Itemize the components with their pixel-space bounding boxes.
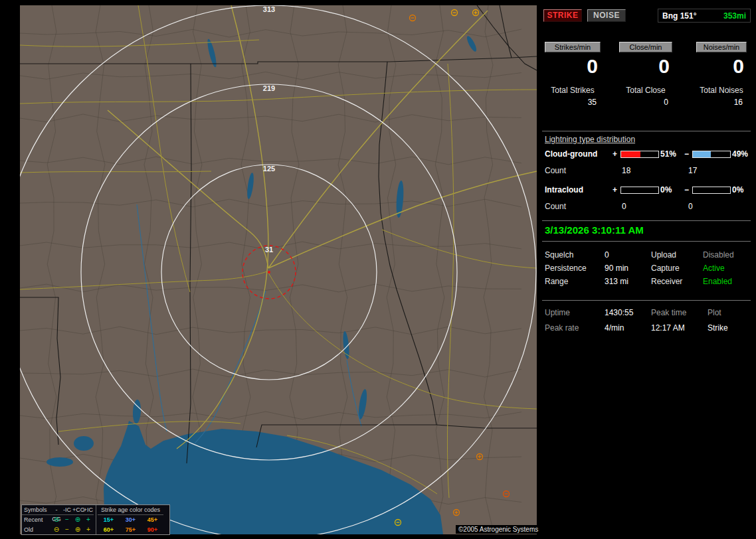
noises-counter-column: Noises/min 0 Total Noises 16 <box>696 42 747 107</box>
distribution-title: Lightning type distribution <box>545 135 635 144</box>
close-counter-column: Close/min 0 Total Close 0 <box>619 42 672 107</box>
bearing-readout: Bng 151° 353mi <box>658 9 751 23</box>
cloud-ground-count-row: Count 18 17 <box>539 166 756 177</box>
recent-pic-symbol: + <box>83 516 94 523</box>
age-75: 75+ <box>120 526 142 533</box>
svg-text:125: 125 <box>263 165 275 173</box>
divider <box>542 300 751 301</box>
plot-mode-value: Strike <box>708 323 728 333</box>
peak-rate-label: Peak rate <box>545 323 579 333</box>
range-label: Range <box>545 277 568 286</box>
ic-negative-pct: 0% <box>732 185 743 194</box>
noises-per-min-button[interactable]: Noises/min <box>696 42 747 52</box>
svg-text:313: 313 <box>263 5 275 13</box>
intracloud-row: Intracloud + 0% − 0% <box>539 185 756 196</box>
svg-text:31: 31 <box>265 246 273 254</box>
app-window: 31321912531 Symbols -CG -IC +CG +IC Stri… <box>0 0 756 539</box>
ic-positive-pct: 0% <box>660 185 672 194</box>
legend-col-pic: +IC <box>83 505 94 515</box>
upload-status: Disabled <box>703 250 734 260</box>
intracloud-label: Intracloud <box>545 185 583 194</box>
cg-negative-count: 17 <box>688 166 697 175</box>
noises-per-min-value: 0 <box>696 56 747 77</box>
legend-col-ncg: -CG <box>51 505 62 515</box>
strikes-per-min-button[interactable]: Strikes/min <box>545 42 601 52</box>
old-pic-symbol: + <box>83 526 94 533</box>
legend-col-nic: -IC <box>62 505 72 515</box>
age-45: 45+ <box>142 516 163 523</box>
age-15: 15+ <box>98 516 120 523</box>
total-noises-label: Total Noises <box>696 86 747 95</box>
peak-rate-value: 4/min <box>605 323 624 333</box>
persistence-value: 90 min <box>605 264 628 273</box>
recent-nic-symbol: − <box>62 516 72 523</box>
plus-sign: + <box>613 149 617 159</box>
divider <box>542 220 751 221</box>
strike-mode-button[interactable]: STRIKE <box>543 9 582 22</box>
ic-negative-count: 0 <box>688 202 693 211</box>
close-per-min-button[interactable]: Close/min <box>619 42 672 52</box>
ic-negative-bar <box>692 187 731 194</box>
recent-pcg-symbol: ⊕ <box>72 516 83 523</box>
divider <box>542 241 751 242</box>
cg-negative-bar <box>692 151 731 158</box>
minus-sign: − <box>684 149 689 159</box>
squelch-label: Squelch <box>545 250 573 260</box>
peak-time-value: 12:17 AM <box>651 323 685 333</box>
upload-label: Upload <box>651 250 676 260</box>
peak-time-label: Peak time <box>651 308 686 317</box>
persistence-row: Persistence 90 min Capture Active <box>539 264 756 275</box>
noise-mode-button[interactable]: NOISE <box>587 9 626 22</box>
close-per-min-value: 0 <box>619 56 672 77</box>
peak-rate-row: Peak rate 4/min 12:17 AM Strike <box>539 323 756 335</box>
age-60: 60+ <box>98 526 120 533</box>
copyright-text: ©2005 Astrogenic Systems <box>456 525 541 534</box>
count-label: Count <box>545 166 566 175</box>
divider <box>542 131 751 131</box>
ic-positive-count: 0 <box>622 202 626 211</box>
plot-label: Plot <box>708 308 721 317</box>
sensor-location <box>268 271 270 273</box>
cg-positive-bar <box>620 151 659 158</box>
status-sidebar: STRIKE NOISE Bng 151° 353mi Strikes/min … <box>539 0 756 539</box>
total-close-label: Total Close <box>619 86 672 95</box>
uptime-value: 1430:55 <box>605 308 633 317</box>
total-noises-value: 16 <box>696 98 747 107</box>
cloud-ground-label: Cloud-ground <box>545 149 597 159</box>
old-pcg-symbol: ⊕ <box>72 526 83 533</box>
bearing-label: Bng 151° <box>662 11 696 21</box>
svg-text:219: 219 <box>263 84 275 92</box>
map-canvas: 31321912531 <box>20 5 537 534</box>
legend-age-header: Strike age color codes <box>98 505 163 515</box>
legend-divider <box>96 505 96 534</box>
cg-positive-pct: 51% <box>660 149 676 159</box>
minus-sign: − <box>684 185 689 194</box>
receiver-label: Receiver <box>651 277 682 286</box>
total-strikes-value: 35 <box>545 98 601 107</box>
map-legend: Symbols -CG -IC +CG +IC Strike age color… <box>21 504 170 535</box>
cg-negative-pct: 49% <box>732 149 748 159</box>
range-value: 313 mi <box>605 277 628 286</box>
legend-col-pcg: +CG <box>72 505 83 515</box>
legend-row-recent-label: Recent <box>22 516 51 523</box>
strike-map[interactable]: 31321912531 Symbols -CG -IC +CG +IC Stri… <box>20 5 537 534</box>
squelch-value: 0 <box>605 250 609 260</box>
age-90: 90+ <box>142 526 163 533</box>
capture-status: Active <box>703 264 725 273</box>
legend-symbols-header: Symbols <box>22 505 51 515</box>
uptime-label: Uptime <box>545 308 570 317</box>
age-30: 30+ <box>120 516 142 523</box>
cg-positive-count: 18 <box>622 166 630 175</box>
total-close-value: 0 <box>619 98 672 107</box>
total-strikes-label: Total Strikes <box>545 86 601 95</box>
current-datetime: 3/13/2026 3:10:11 AM <box>545 224 644 236</box>
legend-row-old-label: Old <box>22 526 51 533</box>
ic-positive-bar <box>620 187 659 194</box>
bearing-distance: 353mi <box>723 11 746 21</box>
intracloud-count-row: Count 0 0 <box>539 202 756 212</box>
old-nic-symbol: − <box>62 526 72 533</box>
capture-label: Capture <box>651 264 680 273</box>
uptime-row: Uptime 1430:55 Peak time Plot <box>539 308 756 320</box>
cloud-ground-row: Cloud-ground + 51% − 49% <box>539 149 756 160</box>
persistence-label: Persistence <box>545 264 587 273</box>
